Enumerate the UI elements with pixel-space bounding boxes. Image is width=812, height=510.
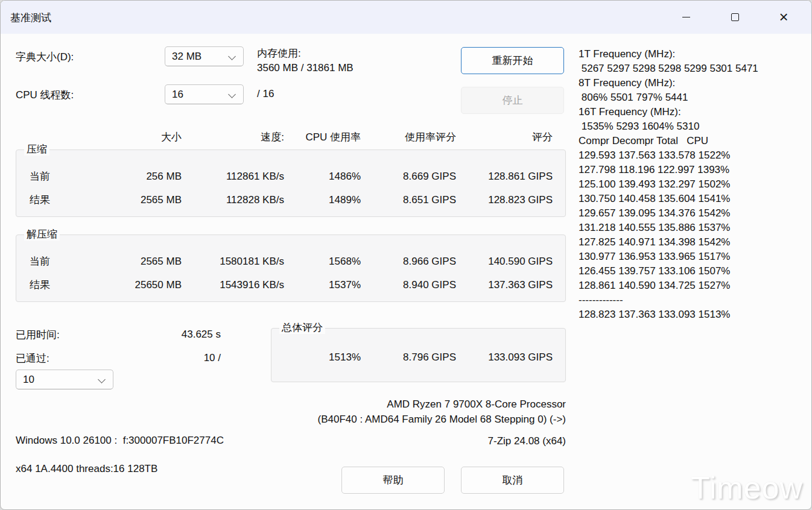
result-row: 129.657 139.095 134.376 1542% (579, 206, 805, 221)
decompression-result-usage-rating: 8.940 GIPS (366, 279, 456, 292)
maximize-icon (731, 13, 739, 21)
decompression-result-speed: 1543916 KB/s (188, 279, 284, 292)
windows-version: Windows 10.0 26100 : f:300007FB10F2774C (16, 435, 224, 447)
compression-result-speed: 112828 KB/s (188, 194, 284, 207)
result-row: 127.798 118.196 122.997 1393% (579, 163, 805, 177)
passes-select-value: 10 (23, 374, 34, 386)
minimize-icon (682, 17, 690, 17)
chevron-down-icon (228, 52, 236, 60)
compression-result-rating: 128.823 GIPS (462, 194, 553, 207)
cpu-threads-value: 16 (172, 89, 183, 101)
benchmark-dialog: 基准测试 × 字典大小(D): 32 MB 内存使用: 3560 MB / 31… (0, 0, 812, 510)
cpu-details: (B40F40 : AMD64 Family 26 Model 68 Stepp… (264, 413, 566, 426)
memory-usage-value: 3560 MB / 31861 MB (257, 62, 354, 74)
total-cpu: 1513% (288, 351, 361, 364)
memory-usage-label: 内存使用: (257, 46, 301, 60)
decompression-current-speed: 1580181 KB/s (188, 255, 284, 268)
total-rating: 133.093 GIPS (462, 351, 553, 364)
compression-result-cpu: 1489% (288, 194, 361, 207)
chevron-down-icon (228, 90, 236, 98)
close-icon: × (779, 9, 788, 25)
arch-info: x64 1A.4400 threads:16 128TB (16, 463, 157, 475)
decompression-current-cpu: 1568% (288, 255, 361, 268)
compression-result-label: 结果 (30, 194, 50, 207)
freq-line: 806% 5501 797% 5441 (579, 90, 805, 105)
result-row: 131.218 140.555 135.886 1537% (579, 221, 805, 235)
cpu-threads-select[interactable]: 16 (165, 84, 244, 104)
result-row: 130.750 140.458 135.604 1541% (579, 192, 805, 206)
result-separator: ------------- (579, 293, 805, 307)
elapsed-time-label: 已用时间: (16, 328, 60, 342)
frequency-log-panel: 1T Frequency (MHz): 5267 5297 5298 5298 … (579, 47, 805, 322)
result-row: 127.825 140.971 134.398 1542% (579, 235, 805, 250)
compression-result-size: 2565 MB (97, 194, 182, 207)
dictionary-size-select[interactable]: 32 MB (165, 46, 244, 66)
chevron-down-icon (98, 376, 106, 383)
compression-current-rating: 128.861 GIPS (462, 170, 553, 183)
result-average-row: 128.823 137.363 133.093 1513% (579, 307, 805, 322)
maximize-button[interactable] (724, 7, 746, 27)
passes-select[interactable]: 10 (16, 370, 113, 389)
decompression-groupbox: 解压缩 (16, 235, 566, 302)
compression-group-label: 压缩 (24, 143, 49, 156)
dictionary-size-label: 字典大小(D): (16, 50, 74, 64)
stop-button[interactable]: 停止 (461, 87, 564, 114)
minimize-button[interactable] (675, 7, 697, 27)
total-usage-rating: 8.796 GIPS (366, 351, 456, 364)
decompression-current-usage-rating: 8.966 GIPS (366, 255, 456, 268)
header-size: 大小 (97, 131, 182, 144)
cpu-threads-label: CPU 线程数: (16, 88, 74, 102)
decompression-current-label: 当前 (30, 255, 50, 268)
watermark: Timeow (691, 470, 803, 506)
freq-line: 1T Frequency (MHz): (579, 47, 805, 61)
decompression-result-cpu: 1537% (288, 279, 361, 292)
compression-current-label: 当前 (30, 170, 50, 183)
decompression-result-label: 结果 (30, 279, 50, 292)
passes-label: 已通过: (16, 351, 49, 365)
result-row: 130.977 136.953 133.965 1517% (579, 250, 805, 264)
freq-line: 5267 5297 5298 5298 5299 5301 5471 (579, 61, 805, 76)
result-row: 126.455 139.757 133.106 1507% (579, 264, 805, 279)
restart-button[interactable]: 重新开始 (461, 47, 564, 74)
header-cpu-usage: CPU 使用率 (288, 131, 361, 144)
freq-line: 1535% 5293 1604% 5310 (579, 119, 805, 134)
result-row: 125.100 139.493 132.297 1502% (579, 177, 805, 192)
compression-current-speed: 112861 KB/s (188, 170, 284, 183)
compression-current-usage-rating: 8.669 GIPS (366, 170, 456, 183)
app-version: 7-Zip 24.08 (x64) (264, 435, 566, 448)
decompression-group-label: 解压缩 (24, 228, 60, 241)
elapsed-time-value: 43.625 s (136, 328, 221, 341)
total-rating-group-label: 总体评分 (279, 322, 325, 334)
freq-line: 8T Frequency (MHz): (579, 76, 805, 90)
compression-groupbox: 压缩 (16, 150, 566, 217)
header-speed: 速度: (188, 131, 284, 144)
decompression-current-rating: 140.590 GIPS (462, 255, 553, 268)
dictionary-size-value: 32 MB (172, 51, 201, 63)
help-button[interactable]: 帮助 (341, 467, 445, 494)
freq-column-header: Compr Decompr Total CPU (579, 134, 805, 148)
window-title: 基准测试 (10, 11, 51, 25)
result-row: 129.593 137.563 133.578 1522% (579, 148, 805, 163)
compression-result-usage-rating: 8.651 GIPS (366, 194, 456, 207)
header-rating: 评分 (462, 131, 553, 144)
result-row: 128.861 140.590 134.725 1527% (579, 279, 805, 293)
header-usage-rating: 使用率评分 (366, 131, 456, 144)
titlebar: 基准测试 × (1, 1, 811, 34)
cancel-button[interactable]: 取消 (461, 467, 564, 494)
cpu-threads-total: / 16 (257, 88, 274, 100)
compression-current-size: 256 MB (97, 170, 182, 183)
decompression-current-size: 2565 MB (97, 255, 182, 268)
compression-current-cpu: 1486% (288, 170, 361, 183)
close-button[interactable]: × (773, 7, 795, 27)
decompression-result-rating: 137.363 GIPS (462, 279, 553, 292)
cpu-name: AMD Ryzen 7 9700X 8-Core Processor (264, 398, 566, 411)
passes-value: 10 / (136, 351, 221, 365)
freq-line: 16T Frequency (MHz): (579, 105, 805, 119)
decompression-result-size: 25650 MB (97, 279, 182, 292)
